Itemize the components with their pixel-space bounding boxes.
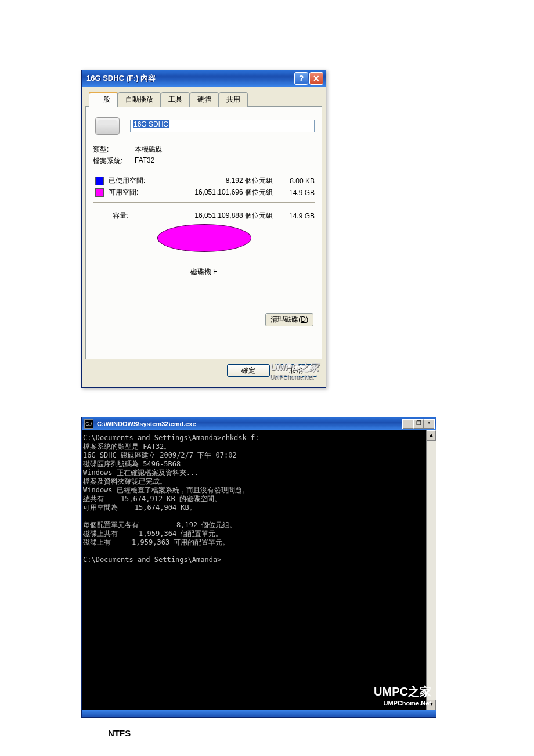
free-space-readable: 14.9 GB <box>276 189 315 197</box>
vertical-scrollbar[interactable]: ▲ ▼ <box>426 430 436 710</box>
ok-button[interactable]: 確定 <box>227 364 270 377</box>
used-space-readable: 8.00 KB <box>276 177 315 185</box>
cmd-output[interactable]: C:\Documents and Settings\Amanda>chkdsk … <box>82 430 426 710</box>
divider <box>93 202 315 203</box>
close-button[interactable]: × <box>424 419 434 429</box>
drive-properties-dialog: 16G SDHC (F:) 內容 ? ✕ 一般 自動播放 工具 硬體 共用 16… <box>81 70 326 388</box>
filesystem-label: 檔案系統: <box>93 156 135 166</box>
disk-label: 磁碟機 F <box>93 267 315 277</box>
filesystem-value: FAT32 <box>135 156 154 166</box>
dialog-title: 16G SDHC (F:) 內容 <box>86 73 293 84</box>
footnote-text: NTFS <box>108 728 453 738</box>
scroll-track[interactable] <box>427 441 436 700</box>
scroll-down-button[interactable]: ▼ <box>427 700 436 710</box>
divider <box>93 171 315 171</box>
capacity-readable: 14.9 GB <box>276 212 315 220</box>
restore-button[interactable]: ❐ <box>413 419 424 429</box>
help-button[interactable]: ? <box>294 72 308 85</box>
scroll-up-button[interactable]: ▲ <box>427 430 436 441</box>
free-space-bytes: 16,051,101,696 個位元組 <box>151 188 276 197</box>
free-space-swatch <box>95 188 104 197</box>
tab-general[interactable]: 一般 <box>89 92 118 107</box>
used-space-swatch <box>95 177 104 185</box>
minimize-button[interactable]: _ <box>403 419 413 429</box>
dialog-titlebar[interactable]: 16G SDHC (F:) 內容 ? ✕ <box>82 70 326 87</box>
cancel-button[interactable]: 取消 <box>275 364 317 377</box>
usage-pie-chart <box>157 224 250 260</box>
tab-tools[interactable]: 工具 <box>161 92 190 107</box>
tab-pane-general: 16G SDHC 類型: 本機磁碟 檔案系統: FAT32 已使用空間: <box>85 106 322 359</box>
cmd-title: C:\WINDOWS\system32\cmd.exe <box>97 420 402 427</box>
used-space-bytes: 8,192 個位元組 <box>151 176 276 186</box>
capacity-label: 容量: <box>93 211 149 221</box>
free-space-label: 可用空間: <box>109 188 151 197</box>
capacity-bytes: 16,051,109,888 個位元組 <box>149 211 276 221</box>
volume-name-selected: 16G SDHC <box>133 120 169 128</box>
disk-cleanup-button[interactable]: 清理磁碟(D) <box>265 313 313 326</box>
cmd-titlebar[interactable]: C:\ C:\WINDOWS\system32\cmd.exe _ ❐ × <box>82 417 436 430</box>
used-space-label: 已使用空間: <box>109 176 151 186</box>
taskbar-sliver <box>82 710 436 717</box>
cmd-window: C:\ C:\WINDOWS\system32\cmd.exe _ ❐ × C:… <box>81 417 436 718</box>
drive-icon <box>95 117 120 135</box>
tab-hardware[interactable]: 硬體 <box>190 92 219 107</box>
cmd-icon: C:\ <box>84 419 93 429</box>
tab-autoplay[interactable]: 自動播放 <box>118 92 161 107</box>
volume-name-input[interactable]: 16G SDHC <box>130 120 315 132</box>
type-value: 本機磁碟 <box>135 145 163 154</box>
tab-sharing[interactable]: 共用 <box>219 92 248 107</box>
close-button[interactable]: ✕ <box>309 72 323 85</box>
type-label: 類型: <box>93 145 135 154</box>
tab-strip: 一般 自動播放 工具 硬體 共用 <box>89 91 322 106</box>
